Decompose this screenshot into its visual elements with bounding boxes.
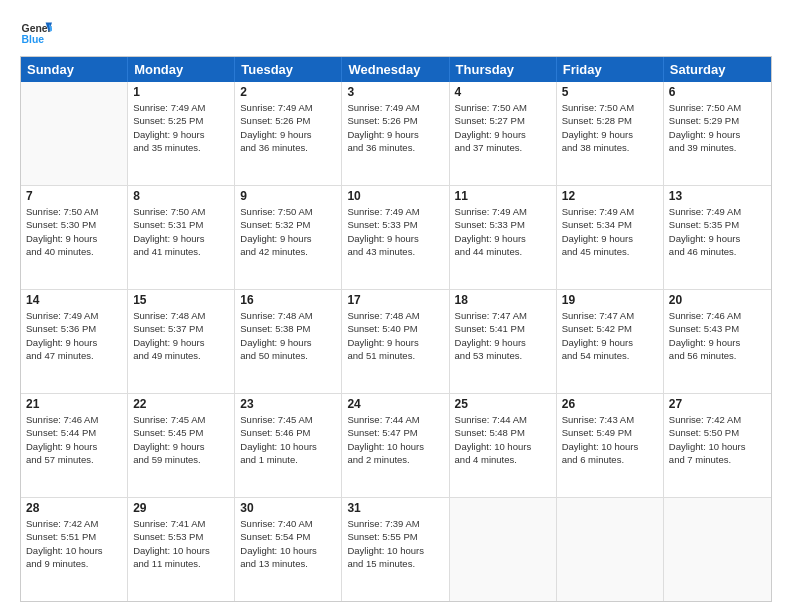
cell-info-line: Daylight: 9 hours xyxy=(240,232,336,245)
day-header-monday: Monday xyxy=(128,57,235,82)
cell-info-line: and 44 minutes. xyxy=(455,245,551,258)
page: General Blue SundayMondayTuesdayWednesda… xyxy=(0,0,792,612)
day-header-friday: Friday xyxy=(557,57,664,82)
cell-info-line: Sunset: 5:49 PM xyxy=(562,426,658,439)
day-cell-30: 30Sunrise: 7:40 AMSunset: 5:54 PMDayligh… xyxy=(235,498,342,601)
day-cell-31: 31Sunrise: 7:39 AMSunset: 5:55 PMDayligh… xyxy=(342,498,449,601)
cell-info-line: Daylight: 9 hours xyxy=(455,232,551,245)
cell-info-line: Sunset: 5:30 PM xyxy=(26,218,122,231)
cell-info-line: and 40 minutes. xyxy=(26,245,122,258)
cell-info-line: Daylight: 9 hours xyxy=(562,232,658,245)
cell-info-line: Daylight: 9 hours xyxy=(133,336,229,349)
day-number: 6 xyxy=(669,85,766,99)
cell-info-line: Sunrise: 7:49 AM xyxy=(240,101,336,114)
cell-info-line: and 50 minutes. xyxy=(240,349,336,362)
cell-info-line: Sunrise: 7:44 AM xyxy=(347,413,443,426)
day-number: 15 xyxy=(133,293,229,307)
day-cell-6: 6Sunrise: 7:50 AMSunset: 5:29 PMDaylight… xyxy=(664,82,771,185)
cell-info-line: Daylight: 9 hours xyxy=(26,232,122,245)
cell-info-line: Sunset: 5:45 PM xyxy=(133,426,229,439)
cell-info-line: and 49 minutes. xyxy=(133,349,229,362)
cell-info-line: Sunrise: 7:42 AM xyxy=(669,413,766,426)
day-number: 2 xyxy=(240,85,336,99)
cell-info-line: and 43 minutes. xyxy=(347,245,443,258)
day-header-wednesday: Wednesday xyxy=(342,57,449,82)
cell-info-line: Daylight: 10 hours xyxy=(347,440,443,453)
cell-info-line: Sunrise: 7:47 AM xyxy=(562,309,658,322)
cell-info-line: Sunset: 5:28 PM xyxy=(562,114,658,127)
cell-info-line: Daylight: 9 hours xyxy=(347,336,443,349)
cell-info-line: Daylight: 9 hours xyxy=(133,440,229,453)
day-cell-26: 26Sunrise: 7:43 AMSunset: 5:49 PMDayligh… xyxy=(557,394,664,497)
cell-info-line: Daylight: 9 hours xyxy=(347,232,443,245)
cell-info-line: Daylight: 9 hours xyxy=(347,128,443,141)
cell-info-line: Sunrise: 7:48 AM xyxy=(347,309,443,322)
cell-info-line: and 15 minutes. xyxy=(347,557,443,570)
cell-info-line: Sunset: 5:37 PM xyxy=(133,322,229,335)
cell-info-line: Sunrise: 7:48 AM xyxy=(133,309,229,322)
calendar-week-1: 1Sunrise: 7:49 AMSunset: 5:25 PMDaylight… xyxy=(21,82,771,185)
day-number: 8 xyxy=(133,189,229,203)
day-cell-empty xyxy=(21,82,128,185)
day-number: 10 xyxy=(347,189,443,203)
cell-info-line: Daylight: 9 hours xyxy=(562,128,658,141)
day-number: 21 xyxy=(26,397,122,411)
day-cell-23: 23Sunrise: 7:45 AMSunset: 5:46 PMDayligh… xyxy=(235,394,342,497)
cell-info-line: Daylight: 10 hours xyxy=(240,440,336,453)
cell-info-line: and 13 minutes. xyxy=(240,557,336,570)
cell-info-line: Sunset: 5:41 PM xyxy=(455,322,551,335)
logo-icon: General Blue xyxy=(20,16,52,48)
cell-info-line: Sunset: 5:34 PM xyxy=(562,218,658,231)
day-number: 14 xyxy=(26,293,122,307)
cell-info-line: Daylight: 9 hours xyxy=(133,232,229,245)
cell-info-line: and 53 minutes. xyxy=(455,349,551,362)
cell-info-line: Sunset: 5:43 PM xyxy=(669,322,766,335)
day-number: 23 xyxy=(240,397,336,411)
day-cell-empty xyxy=(450,498,557,601)
day-cell-11: 11Sunrise: 7:49 AMSunset: 5:33 PMDayligh… xyxy=(450,186,557,289)
day-cell-25: 25Sunrise: 7:44 AMSunset: 5:48 PMDayligh… xyxy=(450,394,557,497)
day-number: 16 xyxy=(240,293,336,307)
svg-text:Blue: Blue xyxy=(22,34,45,45)
day-cell-29: 29Sunrise: 7:41 AMSunset: 5:53 PMDayligh… xyxy=(128,498,235,601)
cell-info-line: Sunrise: 7:49 AM xyxy=(347,101,443,114)
cell-info-line: Sunset: 5:26 PM xyxy=(240,114,336,127)
cell-info-line: Sunrise: 7:49 AM xyxy=(562,205,658,218)
cell-info-line: Sunset: 5:38 PM xyxy=(240,322,336,335)
cell-info-line: Sunrise: 7:50 AM xyxy=(240,205,336,218)
day-cell-13: 13Sunrise: 7:49 AMSunset: 5:35 PMDayligh… xyxy=(664,186,771,289)
cell-info-line: Sunrise: 7:49 AM xyxy=(133,101,229,114)
day-cell-15: 15Sunrise: 7:48 AMSunset: 5:37 PMDayligh… xyxy=(128,290,235,393)
cell-info-line: Sunrise: 7:48 AM xyxy=(240,309,336,322)
cell-info-line: and 2 minutes. xyxy=(347,453,443,466)
header: General Blue xyxy=(20,16,772,48)
cell-info-line: Sunset: 5:50 PM xyxy=(669,426,766,439)
day-header-tuesday: Tuesday xyxy=(235,57,342,82)
cell-info-line: Sunrise: 7:50 AM xyxy=(562,101,658,114)
cell-info-line: and 1 minute. xyxy=(240,453,336,466)
cell-info-line: Sunrise: 7:49 AM xyxy=(455,205,551,218)
cell-info-line: Daylight: 10 hours xyxy=(562,440,658,453)
cell-info-line: and 59 minutes. xyxy=(133,453,229,466)
cell-info-line: Sunset: 5:35 PM xyxy=(669,218,766,231)
cell-info-line: Daylight: 9 hours xyxy=(26,336,122,349)
cell-info-line: and 35 minutes. xyxy=(133,141,229,154)
cell-info-line: and 42 minutes. xyxy=(240,245,336,258)
calendar-body: 1Sunrise: 7:49 AMSunset: 5:25 PMDaylight… xyxy=(21,82,771,601)
logo: General Blue xyxy=(20,16,52,48)
cell-info-line: Sunrise: 7:50 AM xyxy=(669,101,766,114)
day-cell-empty xyxy=(664,498,771,601)
cell-info-line: Sunset: 5:46 PM xyxy=(240,426,336,439)
cell-info-line: and 36 minutes. xyxy=(240,141,336,154)
day-number: 5 xyxy=(562,85,658,99)
cell-info-line: Daylight: 9 hours xyxy=(133,128,229,141)
day-cell-19: 19Sunrise: 7:47 AMSunset: 5:42 PMDayligh… xyxy=(557,290,664,393)
day-cell-2: 2Sunrise: 7:49 AMSunset: 5:26 PMDaylight… xyxy=(235,82,342,185)
day-cell-18: 18Sunrise: 7:47 AMSunset: 5:41 PMDayligh… xyxy=(450,290,557,393)
cell-info-line: Daylight: 9 hours xyxy=(240,128,336,141)
cell-info-line: Daylight: 9 hours xyxy=(455,128,551,141)
day-cell-9: 9Sunrise: 7:50 AMSunset: 5:32 PMDaylight… xyxy=(235,186,342,289)
day-cell-22: 22Sunrise: 7:45 AMSunset: 5:45 PMDayligh… xyxy=(128,394,235,497)
calendar-header: SundayMondayTuesdayWednesdayThursdayFrid… xyxy=(21,57,771,82)
cell-info-line: Daylight: 10 hours xyxy=(669,440,766,453)
